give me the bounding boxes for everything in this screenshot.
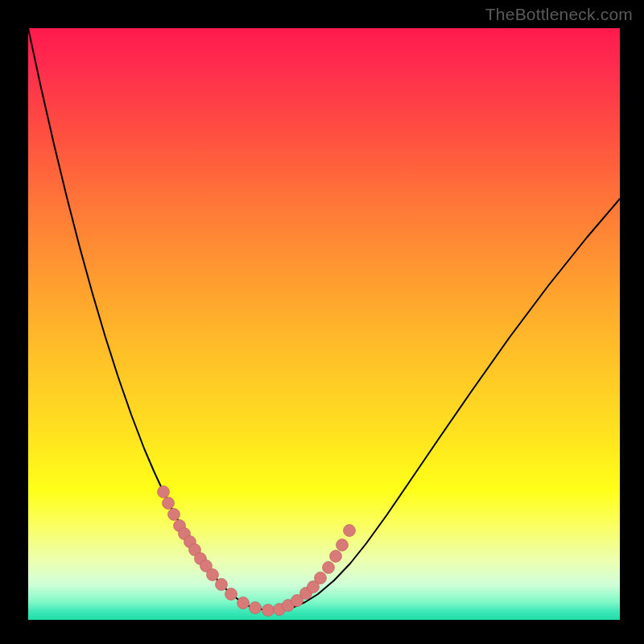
watermark-text: TheBottleneck.com: [485, 5, 633, 24]
chart-gradient-background: [28, 28, 620, 620]
